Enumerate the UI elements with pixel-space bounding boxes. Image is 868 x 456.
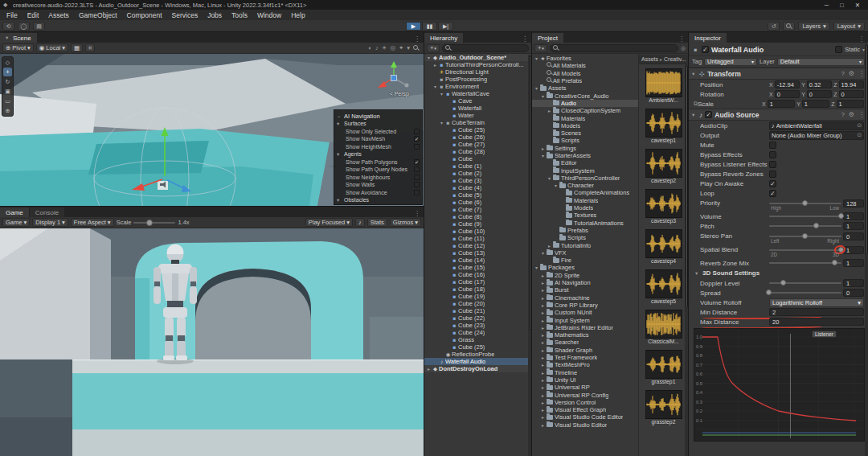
project-item-scripts[interactable]: Scripts [532,137,638,144]
pivot-dropdown[interactable]: ⊕Pivot▾ [2,43,34,52]
project-item-closedcaptionsystem[interactable]: ▸ClosedCaptionSystem [532,107,638,114]
menu-file[interactable]: File [2,10,23,20]
hierarchy-item-cube-3[interactable]: Cube (3) [424,177,531,184]
hierarchy-panel-menu-icon[interactable]: ⋮ [522,35,531,43]
project-item-version-control[interactable]: ▸Version Control [532,399,638,406]
checkbox-bypass-reverb-zones[interactable] [769,170,776,178]
asset-cavestep4[interactable]: cavestep4 [645,229,682,265]
static-checkbox[interactable] [835,46,842,53]
slider-reverb-zone-mix[interactable] [769,262,841,264]
project-item-universal-rp-config[interactable]: ▸Universal RP Config [532,391,638,398]
project-item-fire[interactable]: Fire [532,257,638,264]
hierarchy-item-audio-outdoor-scene[interactable]: ▾◆Audio_Outdoor_Scene* [424,54,531,61]
slider-spatial-blend[interactable] [769,249,841,251]
hierarchy-item-cube-28[interactable]: Cube (28) [424,148,531,155]
nav-item-show-neighbours[interactable]: Show Neighbours [337,174,420,182]
hierarchy-item-cave[interactable]: Cave [424,97,531,105]
project-item-all-models[interactable]: All Models [532,70,638,77]
nav-item-show-navmesh[interactable]: Show NavMesh✓ [337,135,420,143]
undo-history-icon[interactable]: ↺ [768,22,780,31]
slider-volume[interactable] [769,216,841,217]
hierarchy-item-cube-16[interactable]: Cube (16) [424,271,531,278]
search-icon[interactable] [783,22,795,31]
tab-project[interactable]: Project [532,33,563,43]
project-item-settings[interactable]: ▸Settings [532,145,638,152]
project-item-materials[interactable]: Materials [532,114,638,121]
project-item-visual-studio-code-editor[interactable]: ▸Visual Studio Code Editor [532,413,638,421]
project-item-all-materials[interactable]: All Materials [532,62,638,69]
snap-icon[interactable]: ⌗ [85,43,95,52]
hierarchy-item-cube-22[interactable]: Cube (22) [424,314,531,322]
nav-item-show-heightmesh[interactable]: Show HeightMesh [337,143,420,151]
field-max-distance[interactable]: 20 [769,318,864,326]
hierarchy-item-cube-25[interactable]: Cube (25) [424,126,531,134]
maximize-button[interactable]: □ [840,2,844,9]
nav-section-agents[interactable]: ▾Agents [337,150,420,158]
asset-cavestep1[interactable]: cavestep1 [645,109,682,145]
project-item-test-framework[interactable]: ▸Test Framework [532,354,638,361]
project-hidden-icon[interactable]: ◎ [681,45,686,51]
tab-hierarchy[interactable]: Hierarchy [424,33,463,43]
project-item-textures[interactable]: Textures [532,212,638,219]
hierarchy-item-cube-5[interactable]: Cube (5) [424,191,531,199]
project-item-character[interactable]: ▾Character [532,182,638,189]
project-item-models[interactable]: Models [532,204,638,212]
transform-scale-y-field[interactable]: 1 [802,100,829,108]
hierarchy-item-cube-19[interactable]: Cube (19) [424,293,531,300]
hierarchy-item-grass[interactable]: Grass [424,336,531,343]
transform-scale-x-field[interactable]: 1 [768,100,795,108]
hierarchy-search-input[interactable] [442,44,529,52]
hierarchy-item-cube-24[interactable]: Cube (24) [424,329,531,336]
hierarchy-item-cube-7[interactable]: Cube (7) [424,206,531,213]
value-spread[interactable]: 0 [843,289,864,297]
project-item-creativecore-audio[interactable]: ▾CreativeCore_Audio [532,92,638,99]
hierarchy-item-water[interactable]: Water [424,112,531,119]
nav-section-surfaces[interactable]: ▾Surfaces [337,120,420,128]
project-item-inputsystem[interactable]: InputSystem [532,166,638,174]
value-reverb-zone-mix[interactable]: 1 [843,259,864,267]
menu-window[interactable]: Window [252,10,286,20]
slider-spread[interactable] [769,292,841,294]
scene-search-icon[interactable] [413,45,419,51]
object-field-audioclip[interactable]: ♪AmbientWaterfall⊙ [769,121,864,130]
transform-rotation-y-field[interactable]: 0 [807,90,832,98]
slider-priority[interactable] [769,203,841,204]
transform-position-y-field[interactable]: 0.32 [807,80,832,88]
menu-jobs[interactable]: Jobs [203,10,227,20]
hierarchy-item-cube-2[interactable]: Cube (2) [424,170,531,177]
project-item-completeanimations[interactable]: CompleteAnimations [532,189,638,196]
rolloff-curve-graph[interactable]: 1.00.90.80.70.60.50.40.30.20.1 Listener [694,328,865,442]
project-item-shader-graph[interactable]: ▸Shader Graph [532,347,638,354]
inspector-panel-menu-icon[interactable]: ⋮ [858,35,868,43]
view-tool-icon[interactable]: ◇ [3,58,12,67]
checkbox-play-on-awake[interactable]: ✓ [769,180,776,187]
project-item-core-rp-library[interactable]: ▸Core RP Library [532,302,638,309]
value-volume[interactable]: 1 [843,212,864,220]
transform-tool-icon[interactable]: ⊕ [3,106,12,115]
menu-tools[interactable]: Tools [227,10,252,20]
checkbox-bypass-listener-effects[interactable] [769,161,776,168]
value-pitch[interactable]: 1 [843,222,864,230]
tag-dropdown[interactable]: Untagged▾ [704,58,757,66]
hierarchy-item-dontdestroyonload[interactable]: ▸◆DontDestroyOnLoad [424,365,531,372]
hierarchy-item-cube-15[interactable]: Cube (15) [424,264,531,271]
hierarchy-item-waterfall-audio[interactable]: ♪Waterfall Audio [424,358,531,365]
hierarchy-item-cube-18[interactable]: Cube (18) [424,286,531,293]
scene-effects-icon[interactable]: ✦ [399,44,403,51]
transform-component-header[interactable]: ▾⊹ Transform ?⚙⋮ [689,68,868,80]
project-item-starterassets[interactable]: ▾StarterAssets [532,152,638,159]
project-item-models[interactable]: Models [532,122,638,129]
hierarchy-item-reflectionprobe[interactable]: ◉ReflectionProbe [424,351,531,358]
project-item-input-system[interactable]: ▸Input System [532,316,638,323]
hierarchy-item-cube-14[interactable]: Cube (14) [424,257,531,264]
project-item-audio[interactable]: Audio [532,100,638,107]
scene-audio-icon[interactable]: ♪ [375,44,379,51]
minimize-button[interactable]: ─ [825,2,829,9]
dropdown-volume-rolloff[interactable]: Logarithmic Rolloff▾ [769,298,864,307]
transform-rotation-x-field[interactable]: 0 [775,90,800,98]
asset-grasstep1[interactable]: grasstep1 [645,350,682,386]
nav-item-show-path-polygons[interactable]: Show Path Polygons✓ [337,158,420,166]
tab-console[interactable]: Console [30,207,64,217]
game-view-mode-dropdown[interactable]: Game▾ [2,218,30,227]
game-viewport[interactable] [0,228,424,456]
